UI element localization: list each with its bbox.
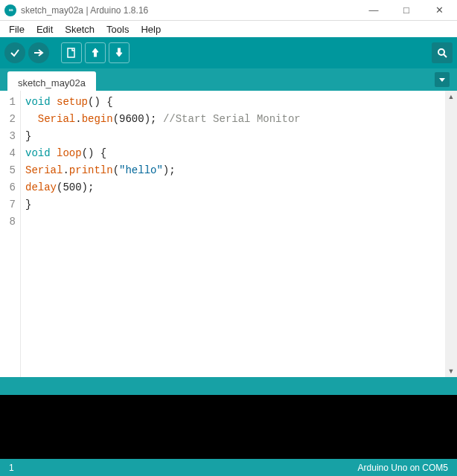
tab-bar: sketch_may02a (0, 68, 457, 91)
footer-line-number: 1 (9, 463, 14, 473)
code-editor[interactable]: 12345678 void setup() { Serial.begin(960… (0, 91, 457, 377)
menu-file[interactable]: File (3, 22, 31, 36)
console-output[interactable] (0, 395, 457, 459)
line-number: 5 (0, 162, 20, 179)
menubar: File Edit Sketch Tools Help (0, 21, 457, 37)
footer-board-info: Arduino Uno on COM5 (358, 463, 448, 473)
window-title: sketch_may02a | Arduino 1.8.16 (21, 5, 357, 16)
line-number: 7 (0, 196, 20, 213)
code-line[interactable]: Serial.begin(9600); //Start Serial Monit… (25, 111, 441, 128)
line-number: 2 (0, 111, 20, 128)
code-line[interactable]: delay(500); (25, 179, 441, 196)
menu-sketch[interactable]: Sketch (59, 22, 100, 36)
scroll-up-arrow[interactable]: ▲ (445, 91, 457, 103)
arduino-app-icon: ∞ (4, 4, 16, 16)
svg-marker-5 (116, 53, 122, 57)
close-button[interactable]: ✕ (423, 0, 456, 21)
scroll-down-arrow[interactable]: ▼ (445, 365, 457, 377)
tab-menu-button[interactable] (435, 72, 450, 87)
line-number: 4 (0, 145, 20, 162)
sketch-tab-label: sketch_may02a (18, 77, 86, 89)
svg-rect-4 (118, 48, 121, 53)
sketch-tab[interactable]: sketch_may02a (7, 71, 96, 91)
line-number: 6 (0, 179, 20, 196)
svg-point-6 (438, 49, 444, 55)
open-sketch-button[interactable] (85, 42, 106, 63)
vertical-scrollbar[interactable]: ▲ ▼ (445, 91, 457, 377)
upload-button[interactable] (28, 42, 49, 63)
verify-button[interactable] (4, 42, 25, 63)
code-line[interactable]: Serial.println("hello"); (25, 162, 441, 179)
maximize-button[interactable]: □ (390, 0, 423, 21)
svg-marker-2 (92, 48, 98, 52)
svg-marker-8 (439, 78, 445, 82)
svg-rect-1 (68, 48, 74, 57)
line-number: 3 (0, 128, 20, 145)
status-bar (0, 377, 457, 395)
line-number: 1 (0, 94, 20, 111)
minimize-button[interactable]: — (357, 0, 390, 21)
svg-line-7 (444, 54, 447, 57)
titlebar: ∞ sketch_may02a | Arduino 1.8.16 — □ ✕ (0, 0, 457, 21)
menu-tools[interactable]: Tools (100, 22, 135, 36)
code-line[interactable]: } (25, 128, 441, 145)
code-line[interactable]: void loop() { (25, 145, 441, 162)
save-sketch-button[interactable] (109, 42, 130, 63)
code-line[interactable]: } (25, 196, 441, 213)
svg-rect-3 (95, 52, 97, 57)
menu-help[interactable]: Help (135, 22, 167, 36)
footer-bar: 1 Arduino Uno on COM5 (0, 459, 457, 476)
line-number: 8 (0, 213, 20, 231)
line-gutter: 12345678 (0, 91, 21, 377)
new-sketch-button[interactable] (61, 42, 82, 63)
serial-monitor-button[interactable] (432, 42, 453, 63)
menu-edit[interactable]: Edit (31, 22, 59, 36)
code-content[interactable]: void setup() { Serial.begin(9600); //Sta… (21, 91, 445, 377)
toolbar (0, 37, 457, 68)
code-line[interactable]: void setup() { (25, 94, 441, 111)
